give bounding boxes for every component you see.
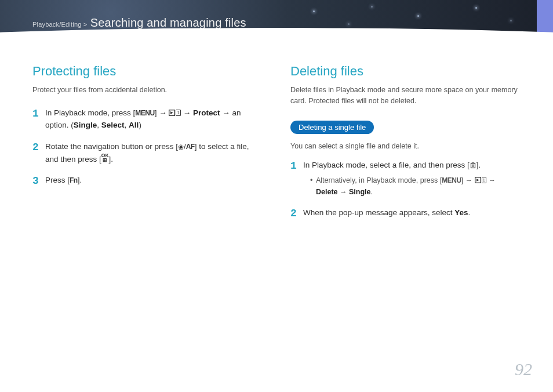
heading-deleting: Deleting files [290,64,521,79]
single-label: Single [349,188,371,196]
menu-icon: MENU [442,176,461,184]
delete-alt-item: Alternatively, in Playback mode, press [… [310,175,521,198]
option-select: Select [101,121,125,129]
fn-icon: Fn [70,176,78,184]
protect-lead: Protect your files from accidental delet… [32,85,263,96]
arrow-icon: → [465,176,473,184]
trash-icon [470,161,476,169]
heading-protecting: Protecting files [32,64,263,79]
protect-label: Protect [193,108,220,117]
arrow-icon: → [183,108,191,117]
arrow-icon: → [159,108,167,117]
text: Rotate the navigation button or press [ [45,142,178,151]
header-ribbon: Playback/Editing > Searching and managin… [0,0,553,43]
svg-rect-2 [471,164,475,168]
text: . [468,208,470,217]
page-title: Searching and managing files [90,16,246,29]
arrow-icon: → [222,108,230,117]
delete-label: Delete [316,188,338,196]
playback-icon: 1 [475,177,486,183]
delete-steps: 1 In Playback mode, select a file, and t… [290,159,521,219]
subsection-pill: Deleting a single file [290,121,374,134]
breadcrumb-prefix: Playback/Editing > [32,21,87,28]
delete-lead: Delete files in Playback mode and secure… [290,85,521,107]
text: Press [ [45,176,70,184]
right-column: Deleting files Delete files in Playback … [290,64,521,228]
text: ]. [78,176,82,184]
side-tab [537,0,553,43]
text: ]. [476,161,481,169]
delete-step-1: 1 In Playback mode, select a file, and t… [290,159,521,198]
text: In Playback mode, press [ [45,108,135,117]
left-column: Protecting files Protect your files from… [32,64,263,228]
text: Alternatively, in Playback mode, press [ [316,176,442,184]
af-icon: AF [186,143,195,151]
svg-marker-8 [476,179,479,182]
arrow-icon: → [488,176,496,184]
protect-step-3: 3 Press [Fn]. [32,175,263,187]
breadcrumb: Playback/Editing > Searching and managin… [32,16,246,30]
delete-sub: You can select a single file and delete … [290,141,521,152]
yes-label: Yes [454,208,468,217]
macro-icon: ❀ [178,143,184,151]
page-number: 92 [515,360,532,379]
option-all: All [129,121,139,129]
svg-marker-1 [170,111,173,114]
protect-step-1: 1 In Playback mode, press [MENU] → 1 → P… [32,107,263,132]
menu-icon: MENU [135,109,154,117]
arrow-icon: → [340,188,347,196]
ok-icon: OK⊞ [101,153,109,162]
protect-steps: 1 In Playback mode, press [MENU] → 1 → P… [32,107,263,187]
playback-icon: 1 [169,110,180,116]
delete-alt-list: Alternatively, in Playback mode, press [… [303,175,521,198]
text: In Playback mode, select a file, and the… [303,161,470,169]
delete-step-2: 2 When the pop-up message appears, selec… [290,207,521,219]
text: ]. [109,155,114,164]
protect-step-2: 2 Rotate the navigation button or press … [32,141,263,166]
option-single: Single [74,121,97,129]
text: When the pop-up message appears, select [303,208,454,217]
